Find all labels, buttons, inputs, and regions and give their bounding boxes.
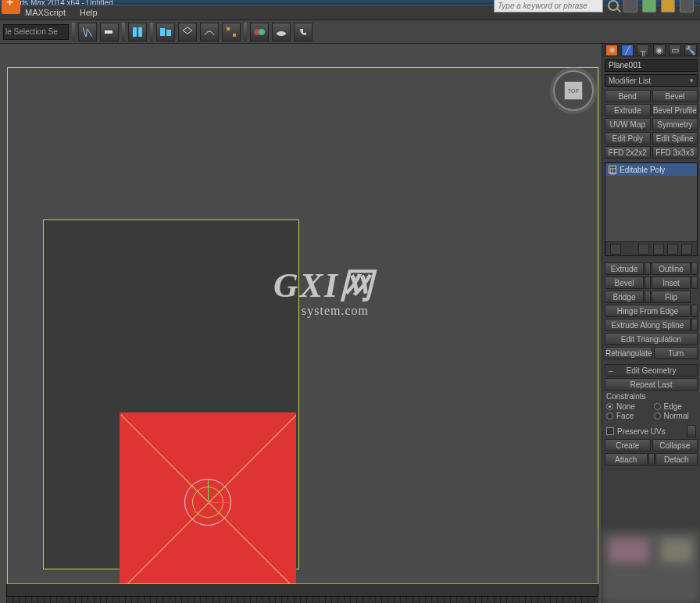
expand-icon[interactable]: ◫ <box>609 166 616 173</box>
menu-help[interactable]: Help <box>80 8 98 17</box>
constraint-edge-radio[interactable]: Edge <box>654 402 697 411</box>
configure-sets-button[interactable] <box>681 244 692 255</box>
extrude-button[interactable]: Extrude <box>605 262 644 275</box>
utilities-tab-icon[interactable]: 🔧 <box>684 45 697 56</box>
schematic-view-button[interactable] <box>222 23 241 41</box>
constraint-face-radio[interactable]: Face <box>606 412 649 420</box>
remove-modifier-button[interactable] <box>667 244 678 255</box>
stack-item-label: Editable Poly <box>620 166 665 174</box>
svg-rect-4 <box>166 30 171 36</box>
modifier-bevel-button[interactable]: Bevel <box>652 90 698 102</box>
object-name-field[interactable]: Plane001 <box>605 59 698 72</box>
toolbar-separator <box>150 23 153 41</box>
command-panel: ✹ ╱ ╥ ◉ ▭ 🔧 Plane001 Modifier List BendB… <box>602 44 700 603</box>
timeline-ruler[interactable] <box>6 597 598 603</box>
render-setup-button[interactable] <box>272 23 291 41</box>
modifier-bend-button[interactable]: Bend <box>605 90 651 102</box>
viewport[interactable] <box>7 67 598 584</box>
modifier-ffd-2x2x2-button[interactable]: FFD 2x2x2 <box>605 146 651 159</box>
bevel-settings-button[interactable] <box>645 277 651 289</box>
toolbar-separator <box>244 23 247 41</box>
title-doc: Untitled <box>87 0 113 5</box>
title-app: 3ds Max 2014 x64 <box>16 0 80 5</box>
repeat-last-button[interactable]: Repeat Last <box>605 378 698 391</box>
render-button[interactable] <box>294 23 312 41</box>
curve-editor-button[interactable] <box>200 23 219 41</box>
collapse-button[interactable]: Collapse <box>652 439 698 451</box>
inset-settings-button[interactable] <box>691 277 698 289</box>
extrude-spline-settings-button[interactable] <box>691 319 698 331</box>
viewcube[interactable]: TOP <box>553 70 594 111</box>
favorites-icon[interactable] <box>642 0 656 5</box>
layers-button[interactable] <box>178 23 197 41</box>
modifier-edit-spline-button[interactable]: Edit Spline <box>652 132 698 145</box>
modify-tab-icon[interactable]: ╱ <box>621 45 634 56</box>
stack-empty-area <box>605 176 697 241</box>
svg-rect-6 <box>233 34 236 37</box>
modifier-bevel-profile-button[interactable]: Bevel Profile <box>652 104 698 116</box>
rollout-title: Edit Geometry <box>627 366 677 375</box>
align-button[interactable] <box>156 23 175 41</box>
subscription-icon[interactable] <box>623 0 638 5</box>
attach-list-button[interactable] <box>648 453 655 466</box>
search-icon[interactable] <box>608 0 619 5</box>
selection-filter-dropdown[interactable] <box>3 24 69 40</box>
edit-triangulation-button[interactable]: Edit Triangulation <box>605 333 698 345</box>
outline-button[interactable]: Outline <box>652 262 691 275</box>
command-panel-tabs: ✹ ╱ ╥ ◉ ▭ 🔧 <box>602 44 700 57</box>
modifier-button-grid: BendBevelExtrudeBevel ProfileUVW MapSymm… <box>602 88 700 160</box>
blurred-region <box>602 531 700 603</box>
modifier-uvw-map-button[interactable]: UVW Map <box>605 118 651 130</box>
active-viewport-border <box>7 67 598 584</box>
constraint-none-radio[interactable]: None <box>606 402 649 411</box>
svg-point-8 <box>259 29 265 35</box>
stack-item-editable-poly[interactable]: ◫ Editable Poly <box>605 163 697 176</box>
constraint-normal-radio[interactable]: Normal <box>654 412 697 420</box>
search-input[interactable] <box>494 0 603 5</box>
svg-point-9 <box>277 31 286 36</box>
hinge-from-edge-button[interactable]: Hinge From Edge <box>605 305 691 317</box>
outline-settings-button[interactable] <box>691 262 698 275</box>
make-unique-button[interactable] <box>653 244 664 255</box>
main-toolbar <box>0 20 700 44</box>
show-end-result-button[interactable] <box>638 244 649 255</box>
modifier-stack[interactable]: ◫ Editable Poly <box>605 162 698 256</box>
bridge-button[interactable]: Bridge <box>605 291 644 303</box>
modifier-ffd-3x3x3-button[interactable]: FFD 3x3x3 <box>652 146 698 159</box>
modifier-edit-poly-button[interactable]: Edit Poly <box>605 132 651 145</box>
modifier-extrude-button[interactable]: Extrude <box>605 104 651 116</box>
modifier-list-dropdown[interactable]: Modifier List <box>605 74 698 87</box>
viewport-container: TOP GXI网 system.com <box>0 44 602 584</box>
hinge-settings-button[interactable] <box>691 305 698 317</box>
bridge-settings-button[interactable] <box>645 291 651 303</box>
named-selection-button[interactable] <box>100 23 119 41</box>
hierarchy-tab-icon[interactable]: ╥ <box>637 45 649 56</box>
turn-button[interactable]: Turn <box>654 347 698 359</box>
bevel-button[interactable]: Bevel <box>605 277 644 289</box>
create-tab-icon[interactable]: ✹ <box>605 45 618 56</box>
pin-stack-button[interactable] <box>610 244 621 255</box>
extrude-along-spline-button[interactable]: Extrude Along Spline <box>605 319 691 331</box>
svg-rect-1 <box>133 27 137 37</box>
create-button[interactable]: Create <box>605 439 651 451</box>
modifier-symmetry-button[interactable]: Symmetry <box>652 118 698 130</box>
menu-maxscript[interactable]: MAXScript <box>25 8 66 17</box>
svg-rect-3 <box>160 28 165 36</box>
time-slider[interactable] <box>6 584 598 597</box>
help-icon[interactable] <box>680 0 694 5</box>
preserve-uvs-checkbox[interactable] <box>606 427 614 435</box>
flip-button[interactable]: Flip <box>652 291 691 303</box>
retriangulate-button[interactable]: Retriangulate <box>605 347 652 359</box>
window-crossing-button[interactable] <box>78 23 97 41</box>
edit-geometry-rollout-header[interactable]: – Edit Geometry <box>605 364 698 376</box>
attach-button[interactable]: Attach <box>605 453 648 466</box>
update-icon[interactable] <box>661 0 675 5</box>
detach-button[interactable]: Detach <box>655 453 698 466</box>
mirror-button[interactable] <box>128 23 147 41</box>
material-editor-button[interactable] <box>250 23 269 41</box>
extrude-settings-button[interactable] <box>645 262 651 275</box>
motion-tab-icon[interactable]: ◉ <box>653 45 666 56</box>
preserve-uvs-settings-button[interactable] <box>687 425 696 437</box>
display-tab-icon[interactable]: ▭ <box>669 45 681 56</box>
inset-button[interactable]: Inset <box>652 277 691 289</box>
